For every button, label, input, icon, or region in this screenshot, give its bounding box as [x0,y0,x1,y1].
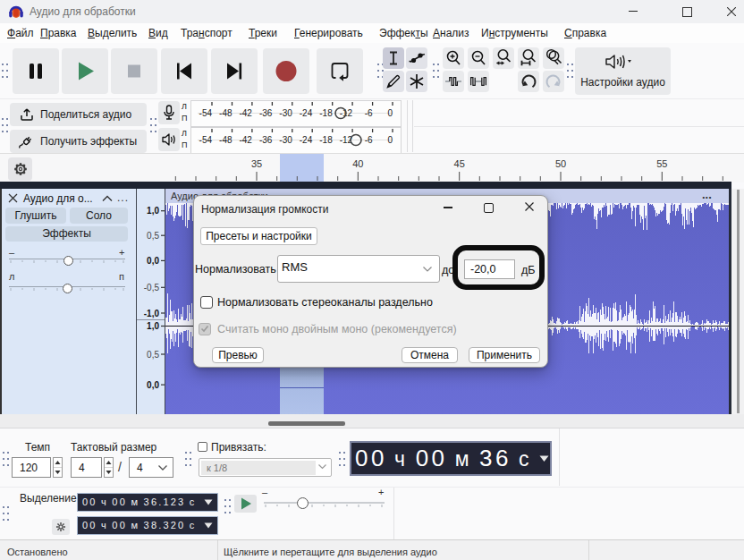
svg-text:0,0: 0,0 [147,256,159,266]
svg-text:-24: -24 [300,108,313,118]
svg-text:-18: -18 [319,135,333,145]
svg-text:-54: -54 [199,108,213,118]
svg-text:-30: -30 [279,135,292,145]
svg-text:0,0: 0,0 [147,380,159,390]
svg-text:-24: -24 [300,135,313,145]
svg-text:-36: -36 [259,135,273,145]
svg-text:-30: -30 [279,108,292,118]
svg-text:-36: -36 [259,108,273,118]
svg-text:...: ... [702,189,712,201]
svg-text:-0,5: -0,5 [144,283,160,293]
svg-text:0: 0 [387,108,393,118]
svg-text:50: 50 [555,158,566,169]
svg-text:45: 45 [454,158,465,169]
svg-text:-42: -42 [239,135,252,145]
svg-text:55: 55 [656,158,667,169]
svg-text:1,0: 1,0 [147,206,159,216]
svg-text:-1,0: -1,0 [144,309,160,318]
svg-text:-6: -6 [365,135,373,145]
svg-text:40: 40 [352,158,363,169]
svg-text:0: 0 [387,135,393,145]
svg-text:0,5: 0,5 [147,350,159,360]
svg-text:-48: -48 [219,135,232,145]
svg-text:-6: -6 [365,108,373,118]
svg-text:-48: -48 [219,108,232,118]
svg-text:35: 35 [251,158,262,169]
svg-text:0,5: 0,5 [147,231,159,241]
svg-text:-54: -54 [199,135,213,145]
svg-text:-18: -18 [319,108,333,118]
svg-text:1,0: 1,0 [147,321,159,331]
svg-text:-42: -42 [239,108,252,118]
